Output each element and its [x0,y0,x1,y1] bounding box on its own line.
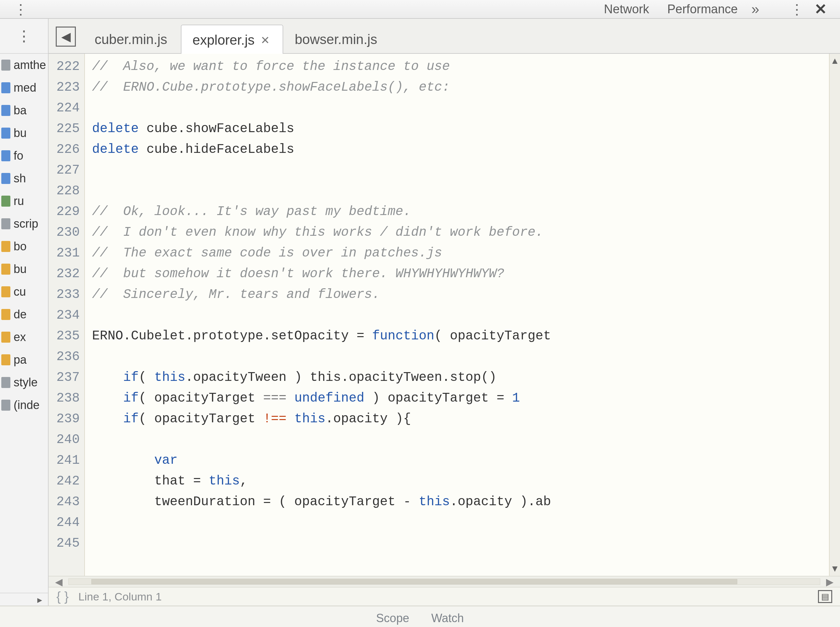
file-icon [1,195,10,206]
file-icon [1,286,10,297]
horizontal-scrollbar[interactable]: ◀ ▶ [49,576,840,587]
hscroll-thumb[interactable] [92,579,737,584]
file-item-4[interactable]: fo [0,145,48,167]
file-icon [1,309,10,320]
cursor-position: Line 1, Column 1 [79,591,162,603]
scroll-up-icon[interactable]: ▲ [830,56,840,66]
file-item-14[interactable]: style [0,371,48,394]
file-label: cu [14,285,26,299]
file-label: ru [14,194,24,208]
debugger-tab-watch[interactable]: Watch [420,609,475,627]
devtools-tab-performance[interactable]: Performance [658,1,747,17]
file-label: (inde [14,399,39,412]
debugger-panel-tabs: Scope Watch [0,606,840,627]
file-item-8[interactable]: bo [0,235,48,258]
file-icon [1,400,10,411]
file-icon [1,105,10,116]
file-icon [1,218,10,229]
file-label: med [14,81,36,95]
tab-label: cuber.min.js [95,32,167,47]
tab-bowser-min-js[interactable]: bowser.min.js [283,24,391,53]
file-item-9[interactable]: bu [0,258,48,280]
file-label: ba [14,104,27,117]
file-label: amthe [14,58,46,72]
devtools-tabbar: ⋮ Network Performance » ⋮ ✕ [0,0,840,19]
code-content[interactable]: // Also, we want to force the instance t… [85,54,829,576]
vertical-scrollbar[interactable]: ▲ ▼ [829,54,840,576]
file-navigator-expand-icon[interactable]: ▸ [0,593,48,606]
hscroll-track[interactable] [68,578,820,585]
file-item-11[interactable]: de [0,303,48,326]
devtools-more-icon[interactable]: » [747,1,764,17]
file-icon [1,377,10,388]
editor-tabstrip: ◀ cuber.min.js explorer.js ✕ bowser.min.… [49,19,840,54]
file-navigator-menu-icon[interactable]: ⋮ [0,19,48,54]
code-editor[interactable]: 222 223 224 225 226 227 228 229 230 231 … [49,54,840,576]
file-label: bo [14,239,27,253]
scroll-down-icon[interactable]: ▼ [830,564,840,574]
file-icon [1,241,10,252]
file-icon [1,173,10,184]
file-item-13[interactable]: pa [0,348,48,371]
scroll-left-icon[interactable]: ◀ [52,576,66,588]
file-item-7[interactable]: scrip [0,213,48,235]
devtools-close-icon[interactable]: ✕ [808,0,833,18]
file-label: fo [14,149,23,162]
file-label: de [14,308,27,321]
file-item-12[interactable]: ex [0,326,48,348]
devtools-kebab-right[interactable]: ⋮ [783,1,808,17]
file-icon [1,264,10,275]
file-item-6[interactable]: ru [0,190,48,213]
nav-back-icon[interactable]: ◀ [56,27,76,47]
file-item-15[interactable]: (inde [0,394,48,416]
file-icon [1,128,10,139]
file-label: sh [14,172,26,185]
file-icon [1,60,10,71]
pretty-print-icon[interactable]: { } [56,589,69,604]
file-item-0[interactable]: amthe [0,54,48,76]
file-item-10[interactable]: cu [0,280,48,303]
toggle-wrap-icon[interactable]: ▤ [818,590,832,603]
file-label: scrip [14,217,38,231]
file-label: pa [14,353,27,367]
scroll-right-icon[interactable]: ▶ [823,576,837,588]
file-item-2[interactable]: ba [0,99,48,122]
tab-label: explorer.js [193,32,254,48]
line-number-gutter: 222 223 224 225 226 227 228 229 230 231 … [49,54,85,576]
file-item-1[interactable]: med [0,76,48,99]
file-item-3[interactable]: bu [0,122,48,145]
file-icon [1,150,10,161]
file-label: bu [14,126,27,140]
file-label: style [14,376,38,389]
file-icon [1,332,10,343]
tab-close-icon[interactable]: ✕ [261,34,270,47]
file-icon [1,82,10,93]
file-label: bu [14,262,27,276]
file-icon [1,354,10,365]
devtools-kebab-left[interactable]: ⋮ [7,1,32,17]
debugger-tab-scope[interactable]: Scope [365,609,420,627]
file-item-5[interactable]: sh [0,167,48,190]
tab-label: bowser.min.js [295,32,377,47]
tab-cuber-min-js[interactable]: cuber.min.js [83,24,181,53]
file-navigator: ⋮ amthemedbabufoshruscripbobucudeexpasty… [0,19,49,606]
tab-explorer-js[interactable]: explorer.js ✕ [181,25,283,54]
editor-status-bar: { } Line 1, Column 1 ▤ [49,587,840,606]
devtools-tab-network[interactable]: Network [595,1,658,17]
file-label: ex [14,330,26,344]
